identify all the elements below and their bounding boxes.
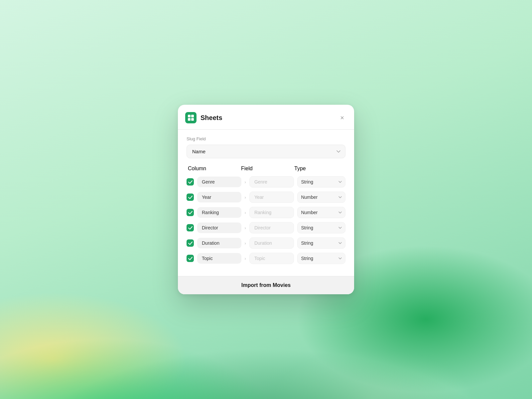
slug-field-select[interactable]: Name Genre Year	[187, 145, 345, 158]
svg-rect-0	[188, 115, 191, 117]
import-button[interactable]: Import from Movies	[178, 276, 354, 294]
header-divider	[178, 129, 354, 130]
arrow-icon: ›	[245, 180, 246, 185]
svg-rect-2	[188, 118, 191, 121]
year-type-select[interactable]: StringNumberBoolean	[297, 192, 345, 203]
field-header: Field	[241, 166, 291, 172]
table-row: Topic › Topic StringNumberBoolean	[187, 253, 345, 264]
modal-title: Sheets	[200, 114, 222, 122]
ranking-field-input: Ranking	[249, 207, 294, 218]
rows-container: Genre › Genre StringNumberBoolean Year ›…	[187, 175, 345, 269]
arrow-icon: ›	[245, 210, 246, 215]
ranking-type-select[interactable]: StringNumberBoolean	[297, 207, 345, 218]
ranking-checkbox[interactable]	[187, 209, 194, 216]
sheets-app-icon	[185, 112, 197, 123]
modal-footer: Import from Movies	[178, 276, 354, 294]
table-row: Ranking › Ranking StringNumberBoolean	[187, 207, 345, 218]
genre-checkbox[interactable]	[187, 178, 194, 186]
type-header: Type	[294, 166, 344, 172]
arrow-icon: ›	[245, 256, 246, 261]
genre-column-label: Genre	[197, 177, 241, 187]
modal-body: Slug Field Name Genre Year Column Field …	[178, 136, 354, 269]
column-headers: Column Field Type	[187, 166, 345, 172]
topic-column-label: Topic	[197, 253, 241, 264]
column-header: Column	[188, 166, 238, 172]
close-button[interactable]: ×	[339, 113, 345, 122]
duration-field-input: Duration	[249, 237, 294, 249]
modal-header: Sheets ×	[178, 105, 354, 129]
svg-rect-1	[191, 115, 194, 117]
duration-column-label: Duration	[197, 238, 241, 248]
year-checkbox[interactable]	[187, 194, 194, 201]
arrow-icon: ›	[245, 241, 246, 246]
slug-field-label: Slug Field	[187, 136, 345, 141]
year-field-input: Year	[249, 192, 294, 203]
director-type-select[interactable]: StringNumberBoolean	[297, 222, 345, 233]
modal-dialog: Sheets × Slug Field Name Genre Year Colu…	[178, 105, 354, 294]
duration-type-select[interactable]: StringNumberBoolean	[297, 237, 345, 249]
table-row: Year › Year StringNumberBoolean	[187, 192, 345, 203]
director-checkbox[interactable]	[187, 224, 194, 231]
svg-rect-3	[191, 118, 194, 121]
topic-field-input: Topic	[249, 253, 294, 264]
topic-type-select[interactable]: StringNumberBoolean	[297, 253, 345, 264]
arrow-icon: ›	[245, 225, 246, 230]
duration-checkbox[interactable]	[187, 239, 194, 247]
genre-field-input: Genre	[249, 176, 294, 188]
table-row: Director › Director StringNumberBoolean	[187, 222, 345, 233]
ranking-column-label: Ranking	[197, 207, 241, 218]
table-row: Duration › Duration StringNumberBoolean	[187, 237, 345, 249]
director-field-input: Director	[249, 222, 294, 233]
header-left: Sheets	[185, 112, 222, 123]
table-row: Genre › Genre StringNumberBoolean	[187, 176, 345, 188]
topic-checkbox[interactable]	[187, 255, 194, 262]
genre-type-select[interactable]: StringNumberBoolean	[297, 176, 345, 188]
arrow-icon: ›	[245, 195, 246, 200]
director-column-label: Director	[197, 222, 241, 233]
year-column-label: Year	[197, 192, 241, 202]
